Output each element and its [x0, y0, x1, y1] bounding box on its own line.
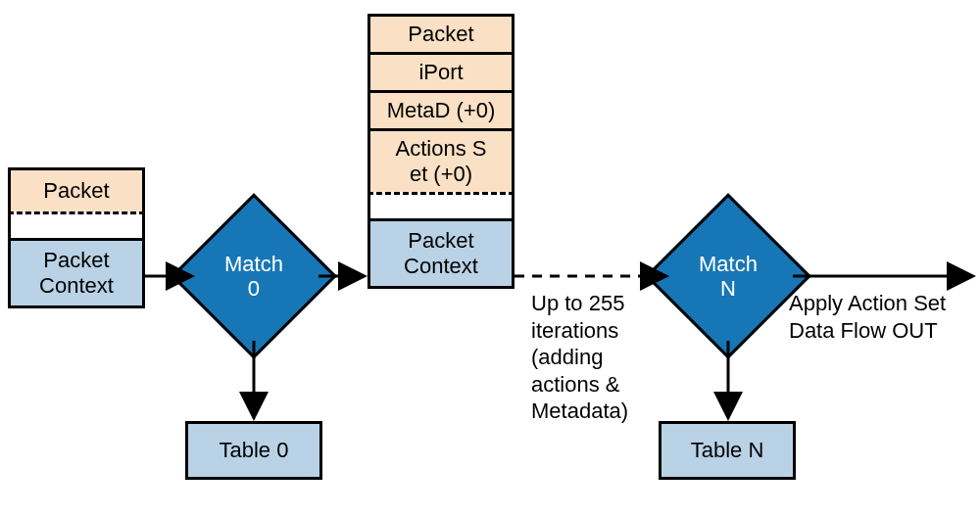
stack2-packet: Packet [368, 14, 514, 55]
stack2-gap [368, 192, 514, 221]
table-0: Table 0 [185, 421, 322, 480]
output-annotation: Apply Action Set Data Flow OUT [789, 290, 946, 344]
match-n-diamond: Match N [669, 217, 787, 335]
table-n: Table N [659, 421, 796, 480]
stack2-context: Packet Context [368, 218, 514, 289]
match-0-diamond: Match 0 [195, 217, 313, 335]
stack1-context: Packet Context [8, 238, 145, 308]
iterations-annotation: Up to 255 iterations (adding actions & M… [531, 290, 628, 425]
stack1-gap [8, 211, 145, 241]
stack2-iport: iPort [368, 52, 514, 93]
stack2-actions: Actions S et (+0) [368, 128, 514, 195]
match-n-label: Match N [669, 217, 787, 335]
stack1-packet: Packet [8, 167, 145, 214]
match-0-label: Match 0 [195, 217, 313, 335]
stack2-metad: MetaD (+0) [368, 90, 514, 131]
